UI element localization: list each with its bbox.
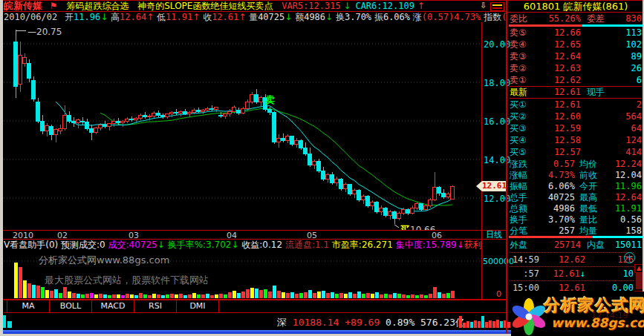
ohlc-item: 涨(0.57)4.73% (413, 12, 484, 22)
index-pct: 0.89% (386, 317, 414, 328)
price-axis: 20.0018.0016.0014.0012.00 12.61 (482, 22, 506, 231)
download-arrow-icon[interactable]: ⇩ (478, 1, 488, 10)
car6-up-arrow-icon: ↑ (417, 1, 425, 11)
status-hist-bar (496, 320, 499, 328)
stat-row: 涨跌0.57均价12.24 (510, 159, 642, 170)
neipan-value: 15011 (605, 239, 642, 251)
status-hist-bar (459, 316, 462, 328)
sell-level-row: 卖④12.65102 (510, 39, 642, 50)
formula-name-1[interactable]: 筹码超跌综合选 (66, 1, 129, 11)
indicator-segment: V看盘助手(0) (4, 240, 61, 250)
tab-ma[interactable]: MA (7, 300, 50, 312)
watermark-site-name: 分析家公式网 (544, 294, 644, 317)
indicator-segment: 流通盘:1.1 (285, 240, 332, 250)
sell-signal-marker: 卖 (265, 94, 275, 105)
indicator-segment: 集中度:15.789 (396, 240, 457, 250)
ohlc-item: 额4986↓ (295, 12, 336, 22)
add-icon[interactable]: + (624, 252, 635, 263)
index-change: +89.69 (345, 317, 380, 328)
app-window: 皖新传媒 ⚑ 筹码超跌综合选 神奇的SLOPE函数绝佳短线买卖点 VAR5:12… (0, 0, 644, 336)
status-hist-bar (492, 321, 495, 328)
quote-panel: 601801 皖新传媒(861) 委比 55.26% 委差 830 卖⑤12.6… (506, 0, 644, 336)
title-bar: 皖新传媒 ⚑ 筹码超跌综合选 神奇的SLOPE函数绝佳短线买卖点 VAR5:12… (4, 1, 506, 11)
ohlc-item: 换3.70% (336, 12, 374, 22)
volume-axis-zero: 0 (496, 289, 501, 299)
index-value: 10188.14 (293, 317, 339, 328)
status-hist-bar (481, 316, 484, 328)
ohlc-item: 指数(3.14)0. (484, 12, 506, 22)
stat-row: 涨幅4.73%前收12.04 (510, 170, 642, 181)
indicator-tabs: MABOLLMACDRSIDMI (4, 300, 506, 313)
ohlc-item: 高12.64↑ (111, 12, 157, 22)
buy-level-row: 买②12.60564 (510, 111, 642, 122)
indicator-values-row: V看盘助手(0) 预测成交:0 成交:40725↓ 换手率%:3.702↓ 收益… (4, 240, 482, 250)
status-hist-bar (489, 320, 492, 328)
car6-value: CAR6:12.109 (355, 1, 414, 11)
weicha-value: 830 (605, 13, 642, 24)
status-hist-bar (478, 321, 481, 328)
ohlc-item: 开11.96↓ (65, 12, 111, 22)
ratio-left (509, 236, 593, 238)
volume-chart[interactable] (4, 251, 482, 300)
indicator-segment: 获利 (464, 240, 482, 250)
stock-name: 皖新传媒 (4, 1, 42, 11)
sell-level-row: 卖①12.626 (510, 74, 642, 86)
candlestick-chart[interactable]: —20.75卖买10.66 (4, 22, 482, 231)
status-hist-bar (500, 321, 503, 328)
indicator-segment: 收益:0.12 (241, 240, 285, 250)
watermark-site-url: www.88gs.com (551, 315, 644, 330)
status-minibars (1, 315, 12, 328)
stat-row: 换手3.70%量比0.56 (510, 214, 642, 225)
buy-level-row: 买③12.5964 (510, 122, 642, 134)
var5-value: VAR5:12.315 (282, 1, 340, 11)
site-watermark: 12:14:19 分析家公式网 www.88gs.com (511, 291, 644, 336)
status-hist-bar (466, 321, 469, 328)
stat-row: 总手40725最高12.64 (510, 192, 642, 203)
tick-row: 14:5912.62126 (510, 252, 634, 267)
date-label: 2010/06/02 (4, 12, 57, 22)
tab-dmi[interactable]: DMI (177, 300, 219, 312)
indicator-segment: 成交:40725 (108, 240, 157, 250)
ohlc-item: 振6.06% (374, 12, 413, 22)
buy-level-row: 买⑤12.57414 (510, 146, 642, 158)
latest-price: 12.61 (536, 87, 581, 98)
status-hist-bar (463, 323, 466, 328)
buy-level-row: 买①12.612 (510, 99, 642, 111)
status-hist-bar (470, 322, 473, 328)
tab-macd[interactable]: MACD (92, 300, 134, 312)
waipan-row: 外盘 25714 内盘 15011 (510, 239, 642, 251)
indicator-segment: 市盈率:26.271 (332, 240, 396, 250)
tab-boll[interactable]: BOLL (50, 300, 92, 312)
stat-row: 总额4986最低11.91 (510, 203, 642, 214)
ohlc-info-bar: 2010/06/02 开11.96↓ 高12.64↑ 低11.91↑ 收12.6… (4, 12, 506, 22)
stat-row: 分笔257均量158 (510, 225, 642, 237)
flag-icon: ⚑ (50, 1, 58, 11)
window-left-border (0, 0, 3, 336)
sell-level-row: 卖⑤12.66113 (510, 27, 642, 39)
ratio-right (593, 236, 643, 238)
ohlc-item: 低11.91↑ (157, 12, 203, 22)
buy-level-row: 买④12.58124 (510, 134, 642, 146)
sell-level-row: 卖②12.6326 (510, 62, 642, 74)
ohlc-item: 量40725↓ (249, 12, 295, 22)
indicator-segment: ↓ (157, 240, 168, 250)
tick-row: :5712.61↓10 (510, 266, 634, 281)
sell-level-row: 卖③12.6489 (510, 50, 642, 62)
weibi-value: 55.26% (536, 13, 581, 24)
weibi-row: 委比 55.26% 委差 830 (510, 13, 642, 24)
status-hist-bar (485, 322, 488, 328)
status-minibar (7, 321, 12, 328)
formula-name-2[interactable]: 神奇的SLOPE函数绝佳短线买卖点 (137, 1, 273, 11)
stat-row: 振幅6.06%今开11.96 (510, 181, 642, 192)
indicator-segment: ↓ (457, 240, 464, 250)
status-histogram (459, 316, 510, 328)
indicator-segment: 预测成交:0 (61, 240, 108, 250)
var5-down-arrow-icon: ↓ (344, 1, 351, 11)
period-window-icon[interactable] (490, 2, 504, 11)
indicator-segment: 换手率%:3.702 (168, 240, 232, 250)
tab-rsi[interactable]: RSI (134, 300, 177, 312)
waipan-value: 25714 (536, 239, 581, 251)
market-label[interactable]: 深 (277, 317, 287, 328)
stock-code-title[interactable]: 601801 皖新传媒(861) (507, 1, 644, 13)
status-hist-bar (474, 320, 477, 328)
